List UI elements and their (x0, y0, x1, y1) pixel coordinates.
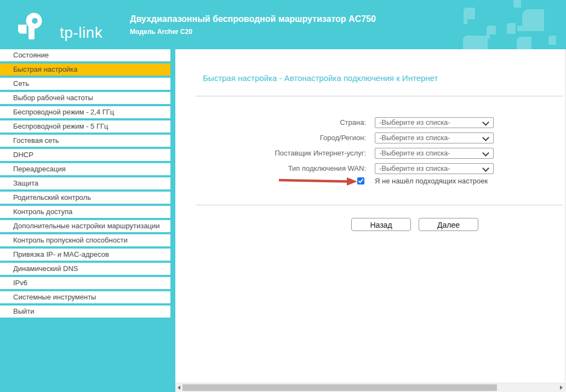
isp-select[interactable]: -Выберите из списка- (375, 148, 494, 159)
country-select-value: -Выберите из списка- (379, 118, 450, 126)
checkmark-icon (358, 177, 364, 183)
next-button[interactable]: Далее (419, 218, 478, 231)
form-row-country: Страна: -Выберите из списка- (175, 117, 566, 128)
sidebar-item-quick-setup[interactable]: Быстрая настройка (0, 64, 170, 76)
city-select-value: -Выберите из списка- (379, 134, 450, 142)
sidebar-item-wireless-5ghz[interactable]: Беспроводной режим - 5 ГГц (0, 120, 170, 132)
form-row-isp: Поставщик Интернет-услуг: -Выберите из с… (175, 148, 566, 159)
chevron-down-icon (482, 149, 489, 157)
router-model-title: Двухдиапазонный беспроводной маршрутизат… (130, 14, 376, 24)
not-found-checkbox-label: Я не нашёл подходящих настроек (375, 177, 488, 185)
scroll-left-icon[interactable] (178, 385, 180, 390)
main-content: Быстрая настройка - Автонастройка подклю… (175, 49, 566, 392)
settings-not-found-row: Я не нашёл подходящих настроек (175, 177, 566, 186)
page-title: Быстрая настройка - Автонастройка подклю… (203, 73, 438, 83)
country-select[interactable]: -Выберите из списка- (375, 117, 494, 128)
sidebar-item-status[interactable]: Состояние (0, 49, 170, 61)
isp-select-value: -Выберите из списка- (379, 149, 450, 157)
separator-bottom (196, 205, 563, 205)
sidebar-item-guest-network[interactable]: Гостевая сеть (0, 135, 170, 147)
tp-link-logo: tp-link (18, 9, 128, 42)
sidebar-item-system-tools[interactable]: Системные инструменты (0, 291, 170, 303)
tp-link-logo-icon (18, 32, 44, 42)
wan-type-select-value: -Выберите из списка- (379, 164, 450, 172)
sidebar-item-parental-control[interactable]: Родительский контроль (0, 192, 170, 204)
sidebar-item-logout[interactable]: Выйти (0, 305, 170, 318)
sidebar-menu: Состояние Быстрая настройка Сеть Выбор р… (0, 49, 175, 392)
chevron-down-icon (482, 165, 489, 172)
isp-label: Поставщик Интернет-услуг: (175, 148, 366, 159)
sidebar-item-bandwidth-control[interactable]: Контроль пропускной способности (0, 234, 170, 246)
scroll-right-icon[interactable] (560, 385, 563, 390)
sidebar-item-security[interactable]: Защита (0, 177, 170, 189)
sidebar-item-ipv6[interactable]: IPv6 (0, 277, 170, 289)
sidebar-item-ip-mac-binding[interactable]: Привязка IP- и MAC-адресов (0, 249, 170, 261)
sidebar-item-dynamic-dns[interactable]: Динамический DNS (0, 263, 170, 275)
city-label: Город/Регион: (175, 132, 366, 143)
wan-type-select[interactable]: -Выберите из списка- (375, 163, 494, 174)
chevron-down-icon (482, 134, 489, 141)
form-row-wan-type: Тип подключения WAN: -Выберите из списка… (175, 163, 566, 174)
sidebar-item-network[interactable]: Сеть (0, 78, 170, 90)
chevron-down-icon (482, 119, 489, 126)
sidebar-item-wireless-24ghz[interactable]: Беспроводной режим - 2,4 ГГц (0, 106, 170, 118)
content-right-edge (565, 49, 565, 381)
router-model-subtitle: Модель Archer C20 (130, 28, 376, 36)
sidebar-item-frequency-select[interactable]: Выбор рабочей частоты (0, 92, 170, 104)
tp-link-wordmark: tp-link (60, 24, 102, 42)
separator-top (196, 96, 563, 96)
sidebar-item-forwarding[interactable]: Переадресация (0, 163, 170, 175)
wan-type-label: Тип подключения WAN: (175, 163, 366, 174)
form-row-city: Город/Регион: -Выберите из списка- (175, 132, 566, 143)
horizontal-scrollbar[interactable] (175, 383, 566, 392)
sidebar-item-advanced-routing[interactable]: Дополнительные настройки маршрутизации (0, 220, 170, 232)
sidebar-item-access-control[interactable]: Контроль доступа (0, 206, 170, 218)
sidebar-item-dhcp[interactable]: DHCP (0, 149, 170, 161)
header: tp-link Двухдиапазонный беспроводной мар… (0, 0, 566, 49)
not-found-checkbox[interactable] (357, 177, 364, 185)
scrollbar-thumb[interactable] (182, 384, 497, 391)
back-button[interactable]: Назад (351, 218, 411, 231)
city-region-select[interactable]: -Выберите из списка- (375, 132, 494, 143)
country-label: Страна: (175, 117, 366, 128)
